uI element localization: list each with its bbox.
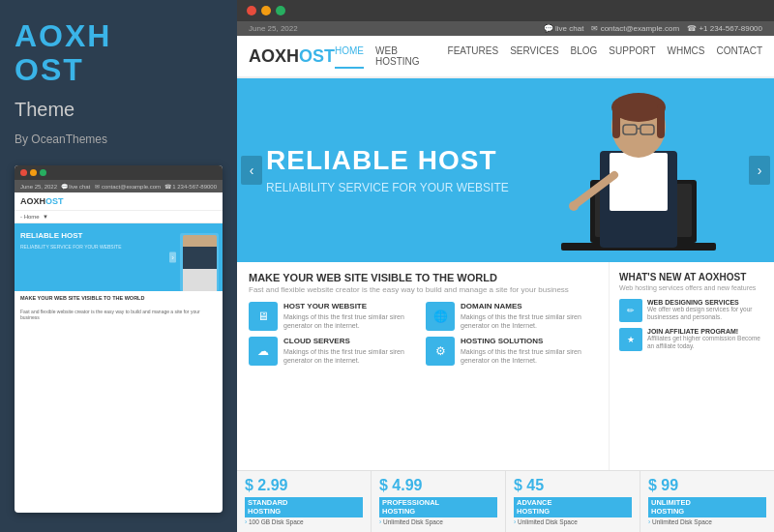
- mini-browser-mockup: June 25, 2022 💬 live chat ✉ contact@exam…: [15, 165, 223, 513]
- news-affiliate-title: JOIN AFFILIATE PROGRAM!: [647, 328, 764, 335]
- mini-nav: AOXHOST: [15, 192, 223, 211]
- pricing-professional-price: $ 4.99: [379, 477, 497, 494]
- mini-browser-bar: [15, 165, 223, 180]
- svg-rect-4: [610, 153, 668, 211]
- mini-hero-image: [180, 233, 219, 291]
- mini-topbar: June 25, 2022 💬 live chat ✉ contact@exam…: [15, 180, 223, 192]
- news-affiliate-desc: Affiliates get higher commission Become …: [647, 335, 764, 351]
- feature-item: ⚙ HOSTING SOLUTIONS Makings of this the …: [426, 337, 597, 366]
- mini-contact: 💬 live chat ✉ contact@example.com: [61, 183, 161, 190]
- hero-next-button[interactable]: ›: [749, 156, 770, 185]
- hero-person-svg: [532, 83, 745, 262]
- nav-web-hosting[interactable]: WEB HOSTING: [375, 44, 436, 69]
- left-panel: AOXH OST Theme By OceanThemes June 25, 2…: [0, 0, 237, 532]
- hosting-solutions-icon: ⚙: [426, 337, 455, 366]
- chrome-dot-green: [276, 6, 285, 15]
- hero-title: RELIABLE HOST: [266, 146, 509, 176]
- nav-contact[interactable]: CONTACT: [716, 44, 762, 69]
- mini-content-title: MAKE YOUR WEB SITE VISIBLE TO THE WORLD: [15, 291, 223, 307]
- live-chat-label: 💬 live chat: [544, 24, 584, 33]
- feature-host-title: HOST YOUR WEBSITE: [283, 302, 420, 310]
- pricing-advanced-amount: $ 45: [514, 477, 544, 494]
- hero-section: RELIABLE HOST RELIABILITY SERVICE FOR YO…: [237, 78, 774, 262]
- pricing-unlimited: $ 99 UNLIMITEDHOSTING Unlimited Disk Spa…: [640, 471, 774, 533]
- logo-ost: OST: [15, 52, 84, 87]
- feature-host-desc: Makings of this the first true similar s…: [283, 312, 420, 330]
- logo-h: H: [87, 18, 111, 53]
- feature-hosting-title: HOSTING SOLUTIONS: [461, 337, 597, 345]
- mini-logo: AOXHOST: [20, 196, 64, 206]
- pricing-unlimited-feature: Unlimited Disk Space: [648, 517, 766, 526]
- pricing-advanced-name: ADVANCEHOSTING: [514, 497, 632, 518]
- web-design-icon: ✏: [619, 299, 642, 322]
- site-topbar-right: 💬 live chat ✉ contact@example.com ☎ +1 2…: [544, 24, 762, 33]
- news-item: ✏ WEB DESIGNING SERVICES We offer web de…: [619, 299, 764, 322]
- site-topbar: June 25, 2022 💬 live chat ✉ contact@exam…: [237, 21, 774, 36]
- mini-date: June 25, 2022: [20, 184, 57, 190]
- mini-dot-yellow: [30, 169, 37, 176]
- nav-services[interactable]: SERVICES: [510, 44, 558, 69]
- mini-hero: RELIABLE HOST RELIABILITY SERVICE FOR YO…: [15, 223, 223, 291]
- mini-person: [183, 235, 217, 291]
- pricing-professional-amount: $ 4.99: [379, 477, 422, 494]
- by-label: By OceanThemes: [15, 133, 223, 146]
- feature-cloud-title: CLOUD SERVERS: [283, 337, 420, 345]
- pricing-standard-price: $ 2.99: [245, 477, 363, 494]
- feature-item: 🖥 HOST YOUR WEBSITE Makings of this the …: [249, 302, 420, 331]
- pricing-unlimited-amount: $ 99: [648, 477, 678, 494]
- mini-phone: ☎ 1 234-567-89000: [164, 183, 217, 190]
- sidebar-sub: Web hosting services offers and new feat…: [619, 284, 764, 291]
- feature-domain-text: DOMAIN NAMES Makings of this the first t…: [461, 302, 597, 330]
- chrome-dot-red: [247, 6, 256, 15]
- nav-features[interactable]: FEATURES: [448, 44, 499, 69]
- feature-domain-desc: Makings of this the first true similar s…: [461, 312, 597, 330]
- site-nav: AOXHOST HOME WEB HOSTING FEATURES SERVIC…: [237, 36, 774, 78]
- news-affiliate-text: JOIN AFFILIATE PROGRAM! Affiliates get h…: [647, 328, 764, 351]
- pricing-professional: $ 4.99 PROFESSIONALHOSTING Unlimited Dis…: [372, 471, 506, 533]
- affiliate-icon: ★: [619, 328, 642, 351]
- feature-domain-title: DOMAIN NAMES: [461, 302, 597, 310]
- browser-chrome: [237, 0, 774, 21]
- features-section-sub: Fast and flexible website creator is the…: [249, 285, 597, 294]
- feature-hosting-desc: Makings of this the first true similar s…: [461, 347, 597, 365]
- news-web-design-desc: We offer web design services for your bu…: [647, 306, 764, 322]
- nav-whmcs[interactable]: WHMCS: [668, 44, 705, 69]
- cloud-servers-icon: ☁: [249, 337, 278, 366]
- news-web-design-title: WEB DESIGNING SERVICES: [647, 299, 764, 306]
- domain-names-icon: 🌐: [426, 302, 455, 331]
- pricing-standard-name: STANDARDHOSTING: [245, 497, 363, 518]
- pricing-standard: $ 2.99 STANDARDHOSTING 100 GB Disk Space: [237, 471, 372, 533]
- news-item: ★ JOIN AFFILIATE PROGRAM! Affiliates get…: [619, 328, 764, 351]
- features-section-title: MAKE YOUR WEB SITE VISIBLE TO THE WORLD: [249, 272, 597, 283]
- feature-host-text: HOST YOUR WEBSITE Makings of this the fi…: [283, 302, 420, 330]
- nav-home[interactable]: HOME: [335, 44, 364, 69]
- mini-content-text: Fast and flexible website creator is the…: [15, 307, 223, 324]
- email-label: ✉ contact@example.com: [591, 24, 679, 33]
- nav-blog[interactable]: BLOG: [571, 44, 598, 69]
- host-website-icon: 🖥: [249, 302, 278, 331]
- brand-logo: AOXH OST: [15, 19, 223, 87]
- right-panel: June 25, 2022 💬 live chat ✉ contact@exam…: [237, 0, 774, 532]
- features-grid: 🖥 HOST YOUR WEBSITE Makings of this the …: [249, 302, 597, 366]
- mini-arrow-right[interactable]: ›: [169, 252, 176, 263]
- news-web-design-text: WEB DESIGNING SERVICES We offer web desi…: [647, 299, 764, 322]
- pricing-standard-feature: 100 GB Disk Space: [245, 517, 363, 526]
- phone-label: ☎ +1 234-567-89000: [687, 24, 762, 33]
- features-section: MAKE YOUR WEB SITE VISIBLE TO THE WORLD …: [237, 262, 774, 470]
- feature-cloud-desc: Makings of this the first true similar s…: [283, 347, 420, 365]
- pricing-unlimited-name: UNLIMITEDHOSTING: [648, 497, 766, 518]
- mini-nav-dropdown: - Home ▼: [15, 211, 223, 223]
- pricing-professional-feature: Unlimited Disk Space: [379, 517, 497, 526]
- feature-item: ☁ CLOUD SERVERS Makings of this the firs…: [249, 337, 420, 366]
- feature-hosting-text: HOSTING SOLUTIONS Makings of this the fi…: [461, 337, 597, 365]
- site-date: June 25, 2022: [249, 24, 298, 33]
- features-main: MAKE YOUR WEB SITE VISIBLE TO THE WORLD …: [237, 262, 610, 470]
- pricing-advanced-feature: Unlimited Disk Space: [514, 517, 632, 526]
- feature-cloud-text: CLOUD SERVERS Makings of this the first …: [283, 337, 420, 365]
- site-logo: AOXHOST: [249, 46, 335, 67]
- pricing-unlimited-price: $ 99: [648, 477, 766, 494]
- svg-rect-7: [612, 104, 620, 138]
- theme-label: Theme: [15, 99, 223, 121]
- nav-support[interactable]: SUPPORT: [609, 44, 655, 69]
- nav-links: HOME WEB HOSTING FEATURES SERVICES BLOG …: [335, 44, 762, 69]
